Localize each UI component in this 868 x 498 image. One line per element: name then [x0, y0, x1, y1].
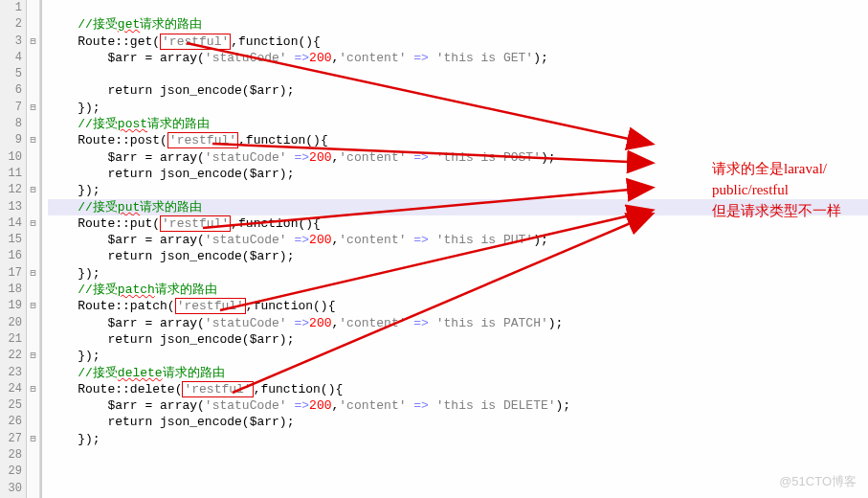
watermark: @51CTO博客	[779, 473, 857, 490]
annotation-line3: 但是请求类型不一样	[712, 200, 841, 221]
line-number-gutter: 1234567891011121314151617181920212223242…	[0, 0, 27, 498]
code-editor[interactable]: 1234567891011121314151617181920212223242…	[0, 0, 868, 498]
annotation-line2: public/restful	[712, 179, 841, 200]
annotation-line1: 请求的全是laraval/	[712, 158, 841, 179]
code-area[interactable]: //接受get请求的路由 Route::get('restful',functi…	[42, 0, 868, 498]
fold-column[interactable]: ⊟⊟⊟⊟⊟⊟⊟⊟⊟⊟	[27, 0, 40, 498]
annotation-text: 请求的全是laraval/ public/restful 但是请求类型不一样	[712, 158, 841, 221]
